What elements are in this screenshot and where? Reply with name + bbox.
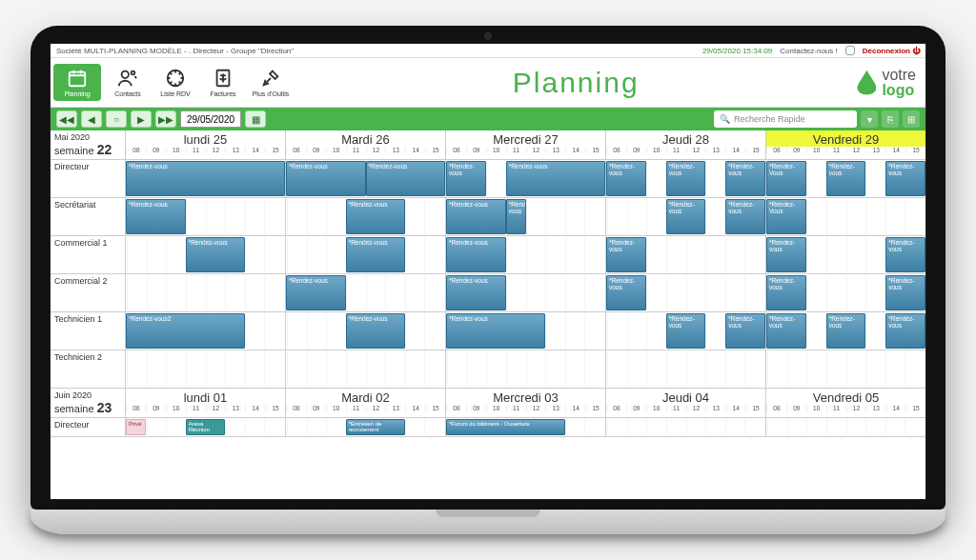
resource-label[interactable]: Directeur (51, 160, 125, 197)
export-excel-button[interactable]: ⊞ (903, 110, 920, 128)
calendar-event[interactable]: *Rendez-vous (725, 161, 765, 196)
day-cell[interactable] (445, 350, 605, 388)
day-header[interactable]: Mardi 26 (286, 130, 445, 147)
day-cell[interactable]: *Rendez-vous (125, 160, 285, 197)
calendar-event[interactable]: *Rendez-Vous (766, 161, 806, 196)
calendar-event[interactable]: *Rendez-vous (606, 161, 646, 196)
calendar-event[interactable]: *Rendez-vous (725, 199, 765, 234)
day-cell[interactable]: *Rendez-vous (285, 274, 445, 311)
calendar-event[interactable]: *Forum du bâtiment - Ouverture (446, 419, 565, 435)
day-cell[interactable]: *Rendez-vous2 (125, 312, 285, 350)
calendar-event[interactable]: *Rendez-vous (885, 237, 925, 272)
calendar-event[interactable]: *Rendez-vous (366, 161, 446, 196)
calendar-event[interactable]: *Rendez-vous (286, 161, 366, 196)
calendar-event[interactable]: *Rendez-vous (446, 237, 506, 272)
calendar-event[interactable]: *Entretien de recrutement (346, 419, 406, 435)
calendar-event[interactable]: *Rendez-vous (446, 161, 486, 196)
contact-link[interactable]: Contactez-nous ! (780, 47, 837, 55)
day-header[interactable]: Mercredi 27 (446, 130, 605, 147)
calendar-event[interactable]: *Rendez-vous (766, 237, 806, 272)
filter-button[interactable]: ▾ (861, 110, 878, 128)
nav-listerdv[interactable]: Liste RDV (152, 61, 199, 104)
resource-label[interactable]: Directeur (51, 418, 125, 436)
day-header[interactable]: lundi 25 (126, 130, 285, 147)
day-cell[interactable]: *Rendez-vous (605, 274, 765, 311)
day-cell[interactable]: PrivéAreva Réunion (125, 418, 285, 436)
day-cell[interactable] (125, 274, 285, 311)
day-header[interactable]: lundi 01 (126, 389, 285, 405)
day-cell[interactable]: *Rendez-vous (445, 274, 605, 311)
day-cell[interactable]: *Rendez-vous*Rendez-vous (605, 198, 765, 235)
day-cell[interactable]: *Rendez-vous (445, 236, 605, 273)
calendar-event[interactable]: *Rendez-vous (885, 275, 925, 310)
calendar-event[interactable]: *Rendez-vous (446, 313, 545, 349)
calendar-event[interactable]: *Rendez-vous (826, 313, 866, 349)
day-cell[interactable]: *Rendez-vous (445, 312, 605, 350)
nav-outils[interactable]: Plus d'Outils (247, 61, 295, 104)
day-header[interactable]: Mercredi 03 (446, 389, 605, 405)
nav-prev-fast-button[interactable]: ◀◀ (56, 110, 77, 128)
day-cell[interactable]: *Rendez-vous*Rendez-vous*Rendez-vous (765, 312, 925, 350)
calendar-event[interactable]: *Rendez-vous (346, 237, 406, 272)
day-cell[interactable]: *Entretien de recrutement (285, 418, 445, 436)
calendar-event[interactable]: *Rendez-vous (286, 275, 346, 310)
day-cell[interactable] (765, 350, 925, 388)
calendar-event[interactable]: *Rendez-vous (446, 199, 506, 234)
calendar-grid[interactable]: Mai 2020semaine 22lundi 2508091011121314… (51, 130, 925, 498)
day-cell[interactable]: *Rendez-vous*Rendez-vous (765, 274, 925, 311)
day-cell[interactable]: *Rendez-vous*Rendez-vous (445, 198, 605, 235)
day-cell[interactable] (125, 350, 285, 388)
chat-icon[interactable] (845, 46, 855, 55)
calendar-event[interactable]: *Rendez-vous (346, 199, 406, 234)
calendar-event[interactable]: *Rendez-vous (666, 161, 706, 196)
calendar-event[interactable]: *Rendez-vous (126, 161, 285, 196)
resource-label[interactable]: Commercial 2 (51, 274, 125, 311)
calendar-picker-button[interactable]: ▦ (245, 110, 266, 128)
day-cell[interactable]: *Rendez-vous (125, 198, 285, 235)
day-cell[interactable]: *Forum du bâtiment - Ouverture (445, 418, 605, 436)
export-pdf-button[interactable]: ⎘ (882, 110, 899, 128)
logout-link[interactable]: Déconnexion⏻ (863, 47, 920, 55)
nav-contacts[interactable]: Contacts (104, 61, 152, 104)
day-cell[interactable]: *Rendez-vous (285, 198, 445, 235)
calendar-event[interactable]: *Rendez-vous (885, 313, 925, 349)
nav-prev-button[interactable]: ◀ (81, 110, 102, 128)
day-cell[interactable]: *Rendez-vous*Rendez-vous (285, 160, 445, 197)
day-cell[interactable]: *Rendez-vous (125, 236, 285, 273)
calendar-event[interactable]: *Rendez-vous (346, 313, 406, 349)
day-cell[interactable]: *Rendez-vous (285, 312, 445, 350)
calendar-event[interactable]: *Rendez-vous2 (126, 313, 245, 349)
day-cell[interactable]: *Rendez-vous (285, 236, 445, 273)
calendar-event[interactable]: *Rendez-vous (826, 161, 866, 196)
calendar-event[interactable]: *Rendez-Vous (766, 199, 806, 234)
nav-factures[interactable]: Factures (199, 61, 247, 104)
calendar-event[interactable]: *Rendez-vous (725, 313, 765, 349)
calendar-event[interactable]: *Rendez-vous (606, 237, 646, 272)
calendar-event[interactable]: *Rendez-vous (666, 313, 706, 349)
day-cell[interactable]: *Rendez-vous*Rendez-vous (605, 312, 765, 350)
day-cell[interactable]: *Rendez-vous (605, 236, 765, 273)
calendar-event[interactable]: Areva Réunion (186, 419, 226, 435)
calendar-event[interactable]: *Rendez-vous (126, 199, 186, 234)
day-header[interactable]: Vendredi 29 (766, 130, 925, 147)
day-cell[interactable] (605, 350, 765, 388)
calendar-event[interactable]: *Rendez-vous (606, 275, 646, 310)
nav-planning[interactable]: Planning (53, 64, 101, 101)
nav-today-button[interactable]: ○ (106, 110, 127, 128)
day-cell[interactable]: *Rendez-vous*Rendez-vous (445, 160, 605, 197)
calendar-event[interactable]: *Rendez-vous (666, 199, 706, 234)
day-cell[interactable]: *Rendez-vous*Rendez-vous*Rendez-vous (605, 160, 765, 197)
day-header[interactable]: Vendredi 05 (766, 389, 925, 405)
calendar-event[interactable]: *Rendez-vous (885, 161, 925, 196)
calendar-event[interactable]: *Rendez-vous (446, 275, 506, 310)
resource-label[interactable]: Technicien 2 (51, 350, 125, 388)
day-cell[interactable] (765, 418, 925, 436)
calendar-event[interactable]: Privé (126, 419, 146, 435)
resource-label[interactable]: Technicien 1 (51, 312, 125, 350)
day-cell[interactable]: *Rendez-Vous*Rendez-vous*Rendez-vous (765, 160, 925, 197)
search-input[interactable]: 🔍 Recherche Rapide (714, 110, 857, 128)
day-cell[interactable]: *Rendez-vous*Rendez-vous (765, 236, 925, 273)
nav-next-button[interactable]: ▶ (131, 110, 152, 128)
day-header[interactable]: Jeudi 04 (606, 389, 765, 405)
day-cell[interactable] (605, 418, 765, 436)
